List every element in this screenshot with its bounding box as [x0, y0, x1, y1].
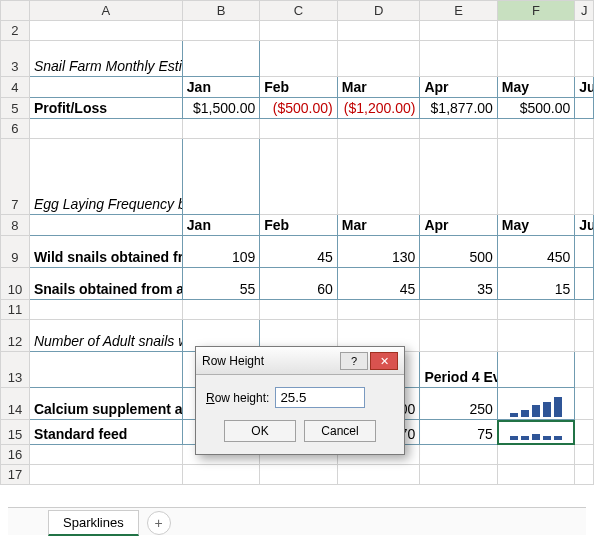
- section2-title[interactable]: Egg Laying Frequency between the two dif…: [29, 139, 182, 215]
- row-label[interactable]: Standard feed: [29, 420, 182, 445]
- month-header[interactable]: May: [497, 215, 574, 236]
- row-header[interactable]: 11: [1, 300, 30, 320]
- row-header[interactable]: 5: [1, 98, 30, 119]
- month-header[interactable]: Apr: [420, 215, 497, 236]
- row-header[interactable]: 6: [1, 119, 30, 139]
- period-header[interactable]: Period 4 Evaluation: [420, 352, 497, 388]
- row-height-input[interactable]: [275, 387, 365, 408]
- cell[interactable]: 75: [420, 420, 497, 445]
- sparkline-bar-selected[interactable]: [497, 420, 574, 445]
- row-label[interactable]: Calcium supplement added to feed: [29, 388, 182, 420]
- dialog-title: Row Height: [202, 354, 340, 368]
- cancel-button[interactable]: Cancel: [304, 420, 376, 442]
- cell[interactable]: 109: [182, 236, 259, 268]
- row-height-label: Row height:: [206, 391, 269, 405]
- row-header[interactable]: 17: [1, 465, 30, 485]
- cell[interactable]: $1,877.00: [420, 98, 497, 119]
- col-header-D[interactable]: D: [337, 1, 420, 21]
- select-all-corner[interactable]: [1, 1, 30, 21]
- row-height-dialog: Row Height ? ✕ Row height: OK Cancel: [195, 346, 405, 455]
- row-label[interactable]: Wild snails obtained from forest: [29, 236, 182, 268]
- sparkline-bar[interactable]: [497, 388, 574, 420]
- cell[interactable]: 450: [497, 236, 574, 268]
- row-header[interactable]: 12: [1, 320, 30, 352]
- row-header[interactable]: 2: [1, 21, 30, 41]
- row-header[interactable]: 13: [1, 352, 30, 388]
- row-header[interactable]: 8: [1, 215, 30, 236]
- dialog-help-button[interactable]: ?: [340, 352, 368, 370]
- row-header[interactable]: 10: [1, 268, 30, 300]
- cell[interactable]: ($1,200.00): [337, 98, 420, 119]
- col-header-C[interactable]: C: [260, 1, 337, 21]
- month-header[interactable]: Apr: [420, 77, 497, 98]
- profit-loss-label[interactable]: Profit/Loss: [29, 98, 182, 119]
- cell[interactable]: 45: [260, 236, 337, 268]
- col-header-J[interactable]: J: [575, 1, 594, 21]
- row-header[interactable]: 15: [1, 420, 30, 445]
- month-header[interactable]: May: [497, 77, 574, 98]
- dialog-close-button[interactable]: ✕: [370, 352, 398, 370]
- ok-button[interactable]: OK: [224, 420, 296, 442]
- cell[interactable]: 60: [260, 268, 337, 300]
- row-header[interactable]: 9: [1, 236, 30, 268]
- month-header[interactable]: Ju: [575, 215, 594, 236]
- month-header[interactable]: Mar: [337, 77, 420, 98]
- row-header[interactable]: 16: [1, 445, 30, 465]
- month-header[interactable]: Jan: [182, 215, 259, 236]
- row-header[interactable]: 7: [1, 139, 30, 215]
- cell[interactable]: 55: [182, 268, 259, 300]
- cell[interactable]: $1,500.00: [182, 98, 259, 119]
- col-header-B[interactable]: B: [182, 1, 259, 21]
- cell[interactable]: ($500.00): [260, 98, 337, 119]
- row-header[interactable]: 4: [1, 77, 30, 98]
- col-header-F[interactable]: F: [497, 1, 574, 21]
- row-label[interactable]: Snails obtained from another snail farm: [29, 268, 182, 300]
- cell[interactable]: 250: [420, 388, 497, 420]
- cell[interactable]: 15: [497, 268, 574, 300]
- col-header-A[interactable]: A: [29, 1, 182, 21]
- cell[interactable]: 500: [420, 236, 497, 268]
- cell[interactable]: 130: [337, 236, 420, 268]
- cell[interactable]: 35: [420, 268, 497, 300]
- row-header[interactable]: 3: [1, 41, 30, 77]
- month-header[interactable]: Feb: [260, 215, 337, 236]
- section3-title[interactable]: Number of Adult snails with hard suitabl…: [29, 320, 182, 352]
- month-header[interactable]: Jan: [182, 77, 259, 98]
- cell[interactable]: 45: [337, 268, 420, 300]
- sheet-tab-sparklines[interactable]: Sparklines: [48, 510, 139, 536]
- month-header[interactable]: Mar: [337, 215, 420, 236]
- add-sheet-button[interactable]: +: [147, 511, 171, 535]
- month-header[interactable]: Feb: [260, 77, 337, 98]
- col-header-E[interactable]: E: [420, 1, 497, 21]
- sheet-tab-bar: Sparklines +: [8, 507, 586, 535]
- cell[interactable]: $500.00: [497, 98, 574, 119]
- month-header[interactable]: Ju: [575, 77, 594, 98]
- row-header[interactable]: 14: [1, 388, 30, 420]
- section1-title[interactable]: Snail Farm Monthly Estimated Profit/Loss: [29, 41, 182, 77]
